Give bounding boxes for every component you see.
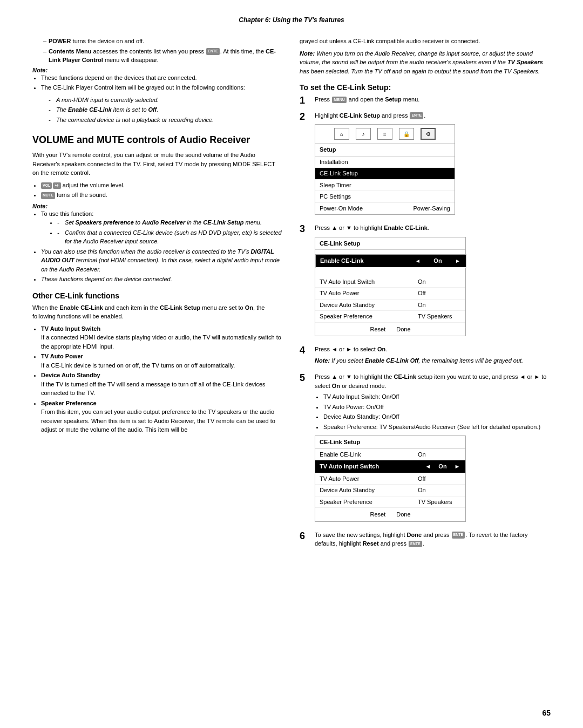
ce-link-table-1: CE-Link Setup Enable CE-Link ◄ On ► TV A… [315, 237, 466, 337]
note-label-2: Note: [32, 203, 48, 209]
section2-title: Other CE-Link functions [32, 291, 283, 300]
sub-dash-list: Set Speakers preference to Audio Receive… [57, 218, 283, 246]
grayed-text: grayed out unless a CE-Link compatible a… [300, 37, 551, 46]
note-italic: Note: When you turn on the Audio Receive… [300, 49, 551, 76]
page-number: 65 [542, 709, 551, 717]
list-item: To use this function: Set Speakers prefe… [41, 209, 283, 246]
step-6: 6 To save the new settings, highlight Do… [300, 530, 551, 548]
spacer [315, 272, 465, 276]
note-block-1: Note: These functions depend on the devi… [32, 67, 283, 125]
step-2-content: Highlight CE-Link Setup and press ENTE. … [315, 111, 551, 220]
section1-title: VOLUME and MUTE controls of Audio Receiv… [32, 134, 283, 146]
step-4: 4 Press ◄ or ► to select On. Note: If yo… [300, 345, 551, 368]
section2-body: When the Enable CE-Link and each item in… [32, 303, 283, 321]
list-item: POWER turns the device on and off. [43, 37, 283, 46]
step-3: 3 Press ▲ or ▼ to highlight Enable CE-Li… [300, 223, 551, 341]
note-list-1: These functions depend on the devices th… [41, 73, 283, 92]
list-item: TV Auto Power If a CE-Link device is tur… [41, 352, 283, 370]
list-item: These functions depend on the device con… [41, 275, 283, 284]
ce-link-enable-row: Enable CE-Link ◄ On ► [315, 254, 466, 268]
icon-doc: ≡ [377, 128, 392, 140]
setup-row-sleep: Sleep Timer [315, 180, 455, 192]
setup-section-title: To set the CE-Link Setup: [300, 83, 551, 92]
list-item: VOL+/- adjust the volume level. [41, 181, 283, 190]
setup-row-celink: CE-Link Setup [315, 168, 455, 180]
ce-link-table2-title: CE-Link Setup [315, 436, 465, 449]
icon-gear: ⚙ [421, 128, 436, 140]
setup-row-power: Power-On Mode Power-Saving [315, 203, 455, 215]
list-item: TV Auto Input Switch: On/Off [323, 392, 551, 402]
ce-link2-tv-auto-input: TV Auto Input Switch ◄ On ► [315, 460, 465, 473]
list-item: Device Auto Standby If the TV is turned … [41, 371, 283, 398]
ce-link-table2-footer: Reset Done [315, 508, 465, 521]
ce-link2-device-standby: Device Auto Standby On [315, 485, 465, 496]
chapter-header: Chapter 6: Using the TV's features [32, 16, 551, 27]
step-1: 1 Press MENU and open the Setup menu. [300, 95, 551, 107]
list-item: Confirm that a connected CE-Link device … [57, 228, 283, 246]
setup-row-pc: PC Settings [315, 191, 455, 203]
icon-home: ⌂ [334, 128, 349, 140]
tv-auto-input-row: TV Auto Input Switch On [315, 276, 465, 288]
ce-link-table1-title: CE-Link Setup [315, 237, 465, 250]
step-5: 5 Press ▲ or ▼ to highlight the CE-Link … [300, 372, 551, 526]
tv-auto-power-row: TV Auto Power Off [315, 288, 465, 300]
list-item: The Enable CE-Link item is set to Off. [49, 105, 283, 114]
list-item: TV Auto Power: On/Off [323, 403, 551, 412]
list-item: Speaker Preference: TV Speakers/Audio Re… [323, 423, 551, 432]
list-item: Speaker Preference From this item, you c… [41, 399, 283, 434]
step-2: 2 Highlight CE-Link Setup and press ENTE… [300, 111, 551, 220]
step-5-content: Press ▲ or ▼ to highlight the CE-Link se… [315, 372, 551, 526]
volume-icon: VOL+/- [41, 182, 61, 189]
note-block-2: Note: To use this function: Set Speakers… [32, 203, 283, 284]
step-1-content: Press MENU and open the Setup menu. [315, 95, 551, 104]
list-item: TV Auto Input Switch If a connected HDMI… [41, 324, 283, 351]
step5-bullets: TV Auto Input Switch: On/Off TV Auto Pow… [323, 392, 551, 431]
list-item: Contents Menu accesses the contents list… [43, 47, 283, 65]
step-4-content: Press ◄ or ► to select On. Note: If you … [315, 345, 551, 368]
ce-link-table1-footer: Reset Done [315, 323, 465, 336]
right-column: grayed out unless a CE-Link compatible a… [300, 37, 551, 553]
icon-music: ♪ [356, 128, 371, 140]
section1-body: With your TV's remote control, you can a… [32, 151, 283, 178]
list-item: The CE-Link Player Control item will be … [41, 83, 283, 92]
note-label-1: Note: [32, 67, 48, 73]
conditions-list: A non-HDMI input is currently selected. … [49, 96, 283, 125]
list-item: Device Auto Standby: On/Off [323, 412, 551, 421]
step-3-content: Press ▲ or ▼ to highlight Enable CE-Link… [315, 223, 551, 341]
enter-icon-3: ENTE [452, 532, 465, 539]
ce-link-table-2: CE-Link Setup Enable CE-Link On TV Auto … [315, 436, 466, 522]
intro-bullet-list: POWER turns the device on and off. Conte… [43, 37, 283, 65]
left-column: POWER turns the device on and off. Conte… [32, 37, 283, 553]
list-item: A non-HDMI input is currently selected. [49, 96, 283, 105]
list-item: These functions depend on the devices th… [41, 73, 283, 83]
ce-link2-enable-row: Enable CE-Link On [315, 449, 465, 461]
menu-icon: MENU [332, 97, 347, 104]
enter-icon: ENTE [206, 48, 220, 55]
list-item: Set Speakers preference to Audio Receive… [57, 218, 283, 227]
setup-table: ⌂ ♪ ≡ 🔒 ⚙ Setup Installation CE-Link Set… [315, 124, 455, 215]
setup-table-title: Setup [315, 144, 455, 157]
list-item: MUTE turns off the sound. [41, 190, 283, 200]
list-item: The connected device is not a playback o… [49, 115, 283, 125]
ce-link2-speaker-pref: Speaker Preference TV Speakers [315, 496, 465, 508]
device-auto-standby-row: Device Auto Standby On [315, 300, 465, 311]
ce-link-sub-list: TV Auto Input Switch If a connected HDMI… [41, 324, 283, 434]
vol-mute-list: VOL+/- adjust the volume level. MUTE tur… [41, 181, 283, 200]
setup-icons-row: ⌂ ♪ ≡ 🔒 ⚙ [315, 125, 455, 144]
mute-icon: MUTE [41, 192, 55, 199]
list-item: You can also use this function when the … [41, 247, 283, 274]
step4-note: Note: If you select Enable CE-Link Off, … [315, 356, 551, 365]
note-list-2: To use this function: Set Speakers prefe… [41, 209, 283, 284]
enter-icon-4: ENTE [409, 541, 422, 548]
setup-row-installation: Installation [315, 157, 455, 168]
speaker-pref-row: Speaker Preference TV Speakers [315, 311, 465, 323]
page: Chapter 6: Using the TV's features POWER… [0, 0, 583, 728]
icon-lock: 🔒 [399, 128, 414, 140]
ce-link2-tv-auto-power: TV Auto Power Off [315, 473, 465, 485]
enter-icon-2: ENTE [410, 112, 423, 119]
step-6-content: To save the new settings, highlight Done… [315, 530, 551, 548]
